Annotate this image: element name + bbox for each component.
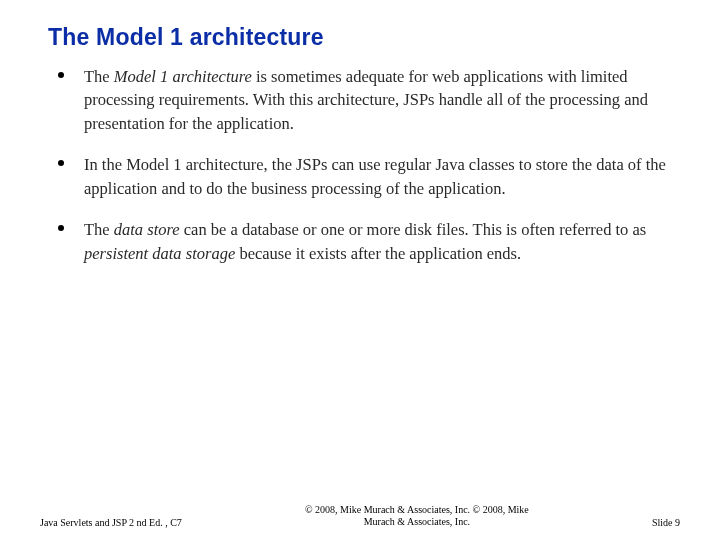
- bullet-text: In the Model 1 architecture, the JSPs ca…: [84, 155, 666, 197]
- slide: The Model 1 architecture The Model 1 arc…: [0, 0, 720, 540]
- bullet-icon: [58, 72, 64, 78]
- bullet-item: The Model 1 architecture is sometimes ad…: [48, 65, 672, 135]
- slide-title: The Model 1 architecture: [48, 24, 672, 51]
- bullet-text: The Model 1 architecture is sometimes ad…: [84, 67, 648, 133]
- bullet-item: In the Model 1 architecture, the JSPs ca…: [48, 153, 672, 200]
- footer-right: Slide 9: [652, 517, 680, 528]
- footer-center: © 2008, Mike Murach & Associates, Inc. ©…: [182, 504, 652, 528]
- footer-center-line2: Murach & Associates, Inc.: [182, 516, 652, 528]
- bullet-text: The data store can be a database or one …: [84, 220, 646, 262]
- footer-center-line1: © 2008, Mike Murach & Associates, Inc. ©…: [182, 504, 652, 516]
- bullet-list: The Model 1 architecture is sometimes ad…: [48, 65, 672, 265]
- footer-left: Java Servlets and JSP 2 nd Ed. , C7: [40, 517, 182, 528]
- bullet-icon: [58, 225, 64, 231]
- footer: Java Servlets and JSP 2 nd Ed. , C7 © 20…: [0, 504, 720, 528]
- bullet-item: The data store can be a database or one …: [48, 218, 672, 265]
- bullet-icon: [58, 160, 64, 166]
